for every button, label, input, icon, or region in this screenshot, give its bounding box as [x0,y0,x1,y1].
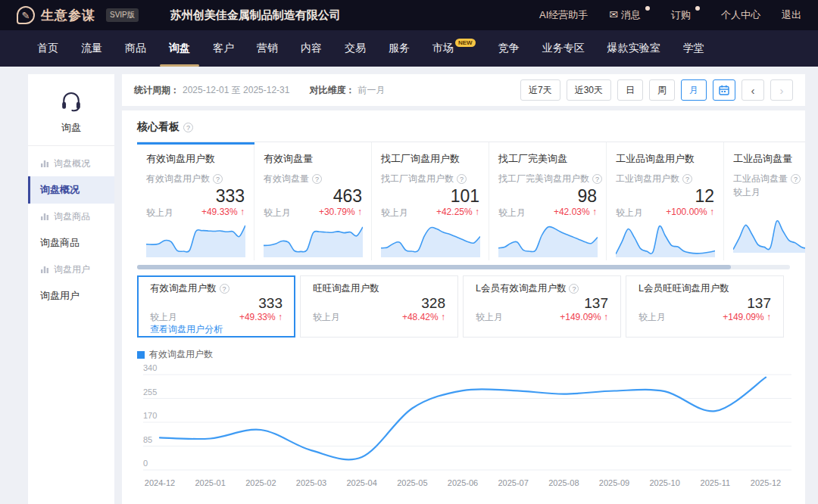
stats-toolbar: 统计周期： 2025-12-01 至 2025-12-31 对比维度： 前一月 … [122,74,805,106]
summary-card-lmember-wangwang-inquiry-users[interactable]: L会员旺旺询盘用户数 137 较上月 +149.09% ↑ [626,275,784,338]
up-arrow-icon: ↑ [710,207,714,217]
main-column: 统计周期： 2025-12-01 至 2025-12-31 对比维度： 前一月 … [122,74,805,504]
orders-notification-dot [695,6,700,11]
nav-item-academy[interactable]: 学堂 [672,30,716,67]
help-icon[interactable]: ? [569,284,579,294]
svg-text:85: 85 [143,435,152,444]
top-header: ✎ 生意参谋 SVIP版 苏州创美佳金属制品制造有限公司 AI经营助手 ✉ 消息… [0,0,818,30]
range-button-week[interactable]: 周 [649,79,675,101]
horizontal-scrollbar-track [137,265,790,269]
ai-assistant-link[interactable]: AI经营助手 [539,8,588,22]
up-arrow-icon: ↑ [592,207,597,217]
sidebar-group-inquiry-users[interactable]: 询盘用户 [28,257,114,282]
nav-item-business-zone[interactable]: 业务专区 [531,30,596,67]
up-arrow-icon: ↑ [475,207,479,217]
message-notification-dot [645,6,650,11]
sidebar-item-inquiry-products[interactable]: 询盘商品 [28,229,114,257]
board-title: 核心看板 [137,120,180,134]
nav-item-home[interactable]: 首页 [26,30,70,67]
up-arrow-icon: ↑ [278,312,283,322]
up-arrow-icon: ↑ [357,207,362,217]
sidebar-divider [28,145,114,146]
nav-item-products[interactable]: 商品 [114,30,158,67]
up-arrow-icon: ↑ [240,207,245,217]
help-icon[interactable]: ? [220,284,229,294]
kpi-card-factory-perfect-inquiry[interactable]: 找工厂完美询盘 找工厂完美询盘用户数? 98 较上月 +42.03% ↑ [489,142,607,260]
nav-item-hot-lab[interactable]: 爆款实验室 [596,30,672,67]
range-button-7d[interactable]: 近7天 [520,79,560,101]
up-arrow-icon: ↑ [604,312,608,322]
svg-text:340: 340 [143,363,157,372]
svg-text:2025-12: 2025-12 [751,478,781,487]
content-area: 询盘 询盘概况 询盘概况 询盘商品 询盘商品 询盘用户 询盘用户 [0,67,818,504]
sidebar-group-inquiry-products[interactable]: 询盘商品 [28,204,114,229]
headset-icon [58,88,84,112]
svg-text:2025-03: 2025-03 [296,478,326,487]
summary-card-lmember-valid-inquiry-users[interactable]: L会员有效询盘用户数? 137 较上月 +149.09% ↑ [463,275,621,338]
calendar-button[interactable] [713,79,735,101]
help-icon[interactable]: ? [682,174,692,184]
kpi-card-industrial-inquiry-users[interactable]: 工业品询盘用户数 工业询盘用户数? 12 较上月 +100.00% ↑ [607,142,724,260]
nav-item-marketing[interactable]: 营销 [245,30,289,67]
help-icon[interactable]: ? [213,174,223,184]
chart-icon [40,212,49,221]
app-logo[interactable]: ✎ 生意参谋 SVIP版 [17,6,139,24]
legend-swatch [137,351,145,359]
nav-item-inquiry[interactable]: 询盘 [158,30,201,67]
main-nav: 首页 流量 商品 询盘 客户 营销 内容 交易 服务 市场 NEW 竞争 业务专… [0,30,818,67]
help-icon[interactable]: ? [457,174,467,184]
kpi-card-factory-inquiry-users[interactable]: 找工厂询盘用户数 找工厂询盘用户数? 101 较上月 +42.25% ↑ [372,142,489,260]
horizontal-scrollbar-thumb[interactable] [137,265,731,269]
kpi-card-industrial-inquiries[interactable]: 工业品询盘量 工业品询盘量? 较上月 [724,142,805,260]
range-button-day[interactable]: 日 [617,79,643,101]
help-icon[interactable]: ? [183,123,193,132]
help-icon[interactable]: ? [312,174,322,184]
summary-card-wangwang-inquiry-users[interactable]: 旺旺询盘用户数 328 较上月 +48.42% ↑ [300,275,458,338]
svg-text:2025-09: 2025-09 [599,478,629,487]
period-label: 统计周期： [134,84,180,97]
range-button-30d[interactable]: 近30天 [567,79,611,101]
nav-item-market[interactable]: 市场 NEW [421,30,487,67]
view-inquiry-user-analysis-link[interactable]: 查看询盘用户分析 [150,323,283,336]
svg-text:170: 170 [143,411,157,420]
svg-text:2025-10: 2025-10 [649,478,679,487]
sidebar-group-inquiry-overview[interactable]: 询盘概况 [28,151,114,176]
messages-link[interactable]: ✉ 消息 [609,8,650,22]
svip-badge: SVIP版 [106,8,139,22]
help-icon[interactable]: ? [791,174,801,184]
new-badge: NEW [455,39,476,47]
board-header: 核心看板 ? [122,110,805,142]
nav-item-customers[interactable]: 客户 [201,30,245,67]
svg-text:2025-02: 2025-02 [245,478,276,487]
compare-label: 对比维度： [309,84,354,97]
summary-value: 333 [150,295,283,311]
product-name: 生意参谋 [41,7,95,24]
next-period-button[interactable]: › [770,79,793,101]
kpi-card-valid-inquiries[interactable]: 有效询盘量 有效询盘量? 463 较上月 +30.79% ↑ [254,142,372,260]
nav-item-trade[interactable]: 交易 [333,30,377,67]
line-chart: 0851702553402024-122025-012025-022025-03… [137,362,790,496]
kpi-card-valid-inquiry-users[interactable]: 有效询盘用户数 有效询盘用户数? 333 较上月 +49.33% ↑ [137,142,254,260]
kpi-value: 463 [264,186,362,207]
summary-card-valid-inquiry-users[interactable]: 有效询盘用户数? 333 较上月 +49.33% ↑ 查看询盘用户分析 [137,275,295,338]
nav-item-content[interactable]: 内容 [289,30,333,67]
sidebar-item-inquiry-overview[interactable]: 询盘概况 [28,176,114,204]
sidebar-title: 询盘 [28,121,114,135]
prev-period-button[interactable]: ‹ [742,79,764,101]
sparkline-chart [381,219,479,257]
calendar-icon [719,85,729,95]
svg-text:2025-05: 2025-05 [397,478,427,487]
sidebar-item-inquiry-users[interactable]: 询盘用户 [28,282,114,310]
personal-center-link[interactable]: 个人中心 [721,8,760,22]
svg-text:2025-11: 2025-11 [701,478,731,487]
range-button-month[interactable]: 月 [681,79,707,101]
nav-item-service[interactable]: 服务 [377,30,421,67]
kpi-value: 98 [498,186,597,207]
orders-link[interactable]: 订购 [671,8,700,22]
nav-item-traffic[interactable]: 流量 [70,30,114,67]
nav-item-competition[interactable]: 竞争 [487,30,531,67]
help-icon[interactable]: ? [592,174,602,184]
logout-link[interactable]: 退出 [782,8,801,22]
sparkline-chart [264,219,362,257]
compare-value: 前一月 [357,84,385,97]
